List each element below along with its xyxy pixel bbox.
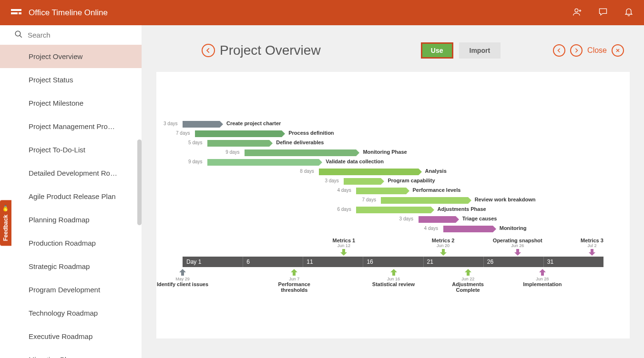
top-bar: Office Timeline Online bbox=[0, 0, 644, 25]
task-row: Validate data collection9 days bbox=[183, 158, 603, 167]
gantt-area: Create project charter3 daysProcess defi… bbox=[183, 119, 603, 234]
task-bar[interactable] bbox=[183, 121, 220, 128]
task-bar[interactable] bbox=[207, 159, 319, 166]
import-button[interactable]: Import bbox=[459, 42, 501, 59]
task-row: Program capability3 days bbox=[183, 177, 603, 186]
task-bar[interactable] bbox=[381, 197, 468, 204]
sidebar: Project OverviewProject StatusProject Mi… bbox=[0, 25, 142, 358]
time-axis: Day 161116212631 bbox=[183, 257, 603, 267]
task-row: Process definition7 days bbox=[183, 129, 603, 139]
use-button[interactable]: Use bbox=[421, 42, 453, 59]
svg-rect-1 bbox=[11, 12, 18, 14]
milestone[interactable]: Jun 16Statistical review bbox=[368, 268, 420, 287]
milestone[interactable]: Metrics 3Jul 2 bbox=[566, 238, 618, 257]
feedback-label: Feedback bbox=[2, 215, 9, 241]
sidebar-item[interactable]: Migration Plan bbox=[0, 348, 142, 358]
task-bar[interactable] bbox=[195, 130, 282, 137]
sidebar-item[interactable]: Project Overview bbox=[0, 45, 142, 68]
chat-icon[interactable] bbox=[598, 7, 608, 19]
task-label: Analysis bbox=[425, 168, 447, 174]
search-row[interactable] bbox=[0, 25, 142, 45]
task-duration: 8 days bbox=[300, 169, 314, 174]
svg-point-3 bbox=[575, 9, 578, 12]
task-bar[interactable] bbox=[356, 207, 430, 213]
sidebar-item[interactable]: Technology Roadmap bbox=[0, 301, 142, 325]
task-label: Review work breakdown bbox=[475, 197, 536, 202]
svg-rect-0 bbox=[11, 9, 21, 11]
milestone[interactable]: May 29Identify client issues bbox=[156, 268, 209, 287]
brand-icon bbox=[10, 8, 22, 18]
task-duration: 4 days bbox=[424, 226, 438, 231]
milestone[interactable]: Jun 28Implementation bbox=[516, 268, 569, 287]
task-bar[interactable] bbox=[344, 178, 381, 185]
task-row: Monitoring Phase9 days bbox=[183, 148, 603, 158]
sidebar-item[interactable]: Project To-Do-List bbox=[0, 138, 142, 161]
task-bar[interactable] bbox=[443, 226, 493, 232]
sidebar-item[interactable]: Project Status bbox=[0, 68, 142, 91]
task-bar[interactable] bbox=[319, 169, 418, 175]
search-input[interactable] bbox=[28, 31, 118, 39]
task-label: Monitoring Phase bbox=[363, 149, 407, 155]
sidebar-item[interactable]: Program Development bbox=[0, 278, 142, 301]
task-bar[interactable] bbox=[356, 188, 406, 194]
sidebar-item[interactable]: Detailed Development Ro… bbox=[0, 161, 142, 185]
sidebar-item[interactable]: Agile Product Release Plan bbox=[0, 185, 142, 208]
next-button[interactable] bbox=[570, 44, 583, 57]
sidebar-list: Project OverviewProject StatusProject Mi… bbox=[0, 45, 142, 358]
button-group: Use Import bbox=[421, 42, 501, 59]
task-duration: 3 days bbox=[399, 216, 413, 221]
task-label: Performance levels bbox=[413, 187, 461, 193]
task-duration: 9 days bbox=[188, 159, 202, 164]
sidebar-item[interactable]: Planning Roadmap bbox=[0, 208, 142, 231]
sidebar-item[interactable]: Project Milestone bbox=[0, 91, 142, 115]
task-duration: 3 days bbox=[164, 121, 177, 126]
milestone[interactable]: Metrics 1Jun 12 bbox=[317, 238, 370, 257]
task-row: Adjustments Phase6 days bbox=[183, 205, 603, 215]
milestone[interactable]: Operating snapshotJun 26 bbox=[491, 238, 544, 257]
content-header: Project Overview Use Import Close bbox=[202, 38, 624, 63]
sidebar-item[interactable]: Executive Roadmap bbox=[0, 325, 142, 348]
milestone[interactable]: Jun 7Performance thresholds bbox=[268, 268, 320, 293]
svg-point-6 bbox=[15, 31, 20, 36]
back-button[interactable] bbox=[202, 44, 215, 57]
axis-tick: 21 bbox=[423, 257, 483, 267]
task-label: Monitoring bbox=[500, 225, 527, 231]
task-label: Program capability bbox=[388, 178, 435, 183]
axis-tick: 11 bbox=[303, 257, 363, 267]
bell-icon[interactable] bbox=[624, 7, 634, 19]
task-row: Performance levels4 days bbox=[183, 186, 603, 196]
prev-button[interactable] bbox=[553, 44, 565, 57]
task-bar[interactable] bbox=[245, 149, 356, 156]
task-row: Review work breakdown7 days bbox=[183, 196, 603, 205]
task-label: Process definition bbox=[288, 130, 334, 136]
bulb-icon: 💡 bbox=[2, 205, 9, 212]
sidebar-scrollbar[interactable] bbox=[137, 139, 142, 225]
task-label: Define deliverables bbox=[276, 139, 324, 145]
task-bar[interactable] bbox=[207, 140, 269, 147]
sidebar-item[interactable]: Project Management Pro… bbox=[0, 115, 142, 138]
task-duration: 4 days bbox=[337, 188, 351, 193]
svg-line-7 bbox=[20, 35, 22, 38]
axis-tick: 6 bbox=[243, 257, 303, 267]
sidebar-item[interactable]: Production Roadmap bbox=[0, 231, 142, 255]
task-bar[interactable] bbox=[419, 216, 456, 223]
axis-tick: 16 bbox=[363, 257, 423, 267]
content-area: Project Overview Use Import Close Create… bbox=[142, 25, 644, 358]
close-button[interactable] bbox=[612, 44, 624, 57]
close-label[interactable]: Close bbox=[587, 46, 607, 55]
milestone[interactable]: Jun 22Adjustments Complete bbox=[442, 268, 494, 293]
task-label: Adjustments Phase bbox=[438, 206, 486, 212]
sidebar-item[interactable]: Strategic Roadmap bbox=[0, 255, 142, 278]
task-row: Triage causes3 days bbox=[183, 215, 603, 224]
milestone[interactable]: Metrics 2Jun 20 bbox=[417, 238, 470, 257]
task-duration: 9 days bbox=[225, 149, 239, 155]
task-row: Create project charter3 days bbox=[183, 119, 603, 129]
task-label: Create project charter bbox=[226, 120, 281, 126]
task-row: Analysis8 days bbox=[183, 167, 603, 177]
svg-rect-2 bbox=[19, 12, 21, 14]
feedback-tab[interactable]: Feedback 💡 bbox=[0, 200, 11, 246]
add-user-icon[interactable] bbox=[572, 7, 582, 19]
page-title: Project Overview bbox=[220, 43, 321, 58]
axis-tick: 31 bbox=[543, 257, 603, 267]
brand: Office Timeline Online bbox=[10, 8, 108, 18]
